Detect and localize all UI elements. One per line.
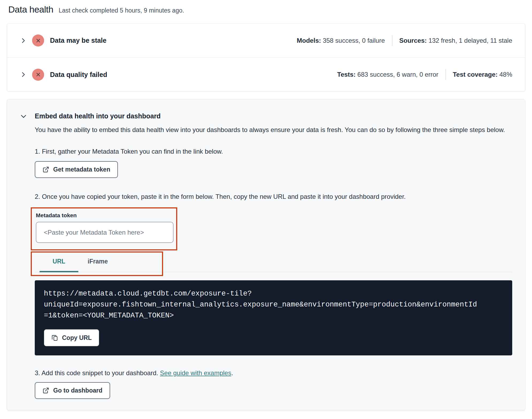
step2-text: 2. Once you have copied your token, past… xyxy=(35,193,512,200)
sources-stat: Sources: 132 fresh, 1 delayed, 11 stale xyxy=(399,37,512,44)
embed-section-header[interactable]: Embed data health into your dashboard xyxy=(20,112,512,120)
external-link-icon xyxy=(43,166,49,173)
error-x-circle-icon xyxy=(32,69,44,81)
panel-data-stale[interactable]: Data may be stale Models: 358 success, 0… xyxy=(7,24,525,57)
stat-divider xyxy=(392,35,392,46)
page-header: Data health Last check completed 5 hours… xyxy=(7,4,525,15)
annotation-box-token-field: Metadata token xyxy=(31,207,177,250)
panel-header-left: Data quality failed xyxy=(20,69,107,81)
step3-suffix: . xyxy=(231,369,233,377)
step3-prefix: 3. Add this code snippet to your dashboa… xyxy=(35,369,160,377)
embed-url-line: uniqueId=exposure.fishtown_internal_anal… xyxy=(44,299,503,310)
health-status-card: Data may be stale Models: 358 success, 0… xyxy=(7,23,525,92)
models-stat-value: 358 success, 0 failure xyxy=(323,37,385,44)
panel-stats: Tests: 683 success, 6 warn, 0 error Test… xyxy=(337,69,512,80)
panel-label: Data may be stale xyxy=(50,37,106,44)
embed-url-text: https://metadata.cloud.getdbt.com/exposu… xyxy=(44,288,503,321)
panel-data-quality[interactable]: Data quality failed Tests: 683 success, … xyxy=(7,57,525,91)
coverage-stat: Test coverage: 48% xyxy=(453,71,512,78)
step1-text: 1. First, gather your Metadata Token you… xyxy=(35,148,512,155)
tests-stat-label: Tests: xyxy=(337,71,356,78)
data-health-page: Data health Last check completed 5 hours… xyxy=(0,0,532,416)
output-format-tabs: URL iFrame xyxy=(35,254,512,272)
embed-section-title: Embed data health into your dashboard xyxy=(35,112,161,120)
see-guide-link[interactable]: See guide with examples xyxy=(160,369,231,377)
go-to-dashboard-label: Go to dashboard xyxy=(53,387,102,394)
panel-label: Data quality failed xyxy=(50,71,107,79)
copy-icon xyxy=(51,335,58,341)
get-metadata-token-label: Get metadata token xyxy=(53,166,110,173)
models-stat: Models: 358 success, 0 failure xyxy=(297,37,385,44)
stat-divider xyxy=(445,69,446,80)
step3-text: 3. Add this code snippet to your dashboa… xyxy=(35,369,512,377)
sources-stat-label: Sources: xyxy=(399,37,427,44)
external-link-icon xyxy=(43,387,49,394)
embed-url-code-block: https://metadata.cloud.getdbt.com/exposu… xyxy=(35,280,512,355)
go-to-dashboard-button[interactable]: Go to dashboard xyxy=(35,382,110,399)
copy-url-label: Copy URL xyxy=(62,334,92,342)
chevron-right-icon[interactable] xyxy=(20,37,27,44)
tab-iframe[interactable]: iFrame xyxy=(78,254,117,272)
tab-url[interactable]: URL xyxy=(40,254,78,272)
metadata-token-input[interactable] xyxy=(36,222,174,243)
chevron-right-icon[interactable] xyxy=(20,71,27,78)
copy-url-button[interactable]: Copy URL xyxy=(44,329,99,346)
tests-stat-value: 683 success, 6 warn, 0 error xyxy=(357,71,438,78)
page-title: Data health xyxy=(8,4,53,15)
embed-url-line: =1&token=<YOUR_METADATA_TOKEN> xyxy=(44,310,503,321)
get-metadata-token-button[interactable]: Get metadata token xyxy=(35,161,118,178)
metadata-token-label: Metadata token xyxy=(36,212,172,219)
error-x-circle-icon xyxy=(32,34,44,46)
embed-url-line: https://metadata.cloud.getdbt.com/exposu… xyxy=(44,288,503,299)
tests-stat: Tests: 683 success, 6 warn, 0 error xyxy=(337,71,438,78)
panel-header-left: Data may be stale xyxy=(20,34,106,46)
panel-stats: Models: 358 success, 0 failure Sources: … xyxy=(297,35,512,46)
sources-stat-value: 132 fresh, 1 delayed, 11 stale xyxy=(429,37,512,44)
chevron-down-icon[interactable] xyxy=(20,112,27,120)
embed-section: Embed data health into your dashboard Yo… xyxy=(7,99,525,410)
coverage-stat-label: Test coverage: xyxy=(453,71,498,78)
output-format-tabs-area: URL iFrame xyxy=(35,254,512,272)
last-check-status: Last check completed 5 hours, 9 minutes … xyxy=(59,7,184,14)
coverage-stat-value: 48% xyxy=(499,71,512,78)
embed-section-body: You have the ability to embed this data … xyxy=(35,124,512,399)
embed-description: You have the ability to embed this data … xyxy=(35,124,512,135)
models-stat-label: Models: xyxy=(297,37,321,44)
